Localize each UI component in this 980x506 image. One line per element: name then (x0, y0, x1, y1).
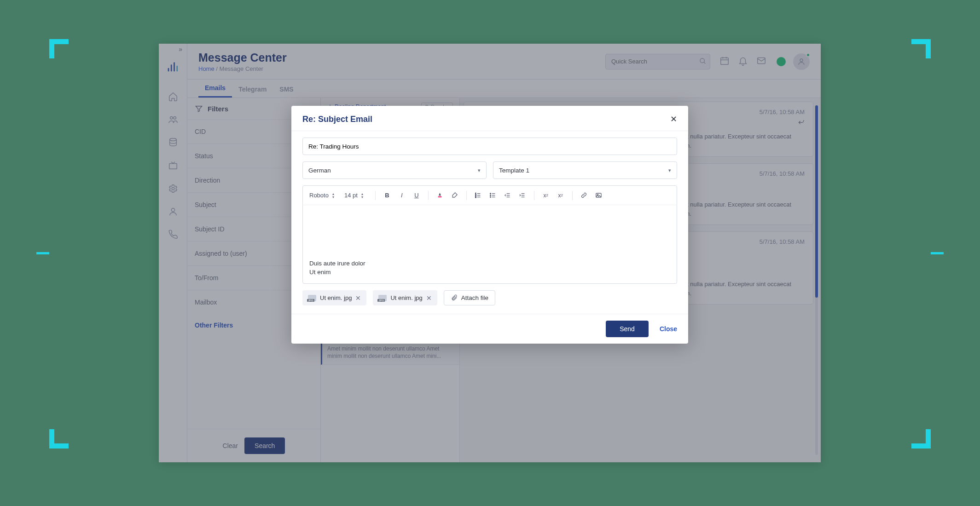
attach-file-button[interactable]: Attach file (444, 290, 495, 305)
signature-line1: Duis aute irure dolor (309, 259, 670, 268)
paperclip-icon (451, 294, 458, 301)
modal-close-button[interactable]: ✕ (670, 114, 677, 124)
indent-button[interactable] (517, 190, 528, 201)
subscript-button[interactable]: x2 (541, 190, 551, 201)
svg-point-29 (490, 195, 491, 196)
link-button[interactable] (579, 190, 589, 201)
send-button[interactable]: Send (606, 321, 649, 337)
svg-point-30 (490, 196, 491, 197)
svg-text:3: 3 (476, 196, 477, 198)
outdent-button[interactable] (503, 190, 513, 201)
modal-footer: Send Close (291, 314, 688, 344)
jpg-thumb-icon (308, 295, 316, 301)
language-select[interactable]: German▾ (302, 161, 487, 179)
modal-title: Re: Subject Email (302, 115, 372, 124)
chevron-down-icon: ▾ (478, 167, 481, 173)
editor-textarea[interactable]: Duis aute irure dolor Ut enim (303, 205, 677, 283)
frame-tick (931, 252, 944, 254)
app-window: » Message Center Home / Message Center (159, 44, 821, 462)
highlight-button[interactable] (450, 190, 460, 201)
subject-input[interactable] (302, 138, 677, 155)
frame-bracket (912, 310, 931, 448)
bold-button[interactable]: B (382, 190, 392, 201)
close-button[interactable]: Close (660, 325, 677, 333)
list-ordered-button[interactable]: 123 (473, 190, 483, 201)
compose-modal: Re: Subject Email ✕ German▾ Template 1▾ … (291, 106, 688, 344)
list-bullet-button[interactable] (488, 190, 498, 201)
signature-line2: Ut enim (309, 268, 670, 277)
remove-attachment-button[interactable]: ✕ (426, 294, 432, 302)
fontsize-select[interactable]: 14 pt▴▾ (344, 192, 369, 199)
modal-overlay: Re: Subject Email ✕ German▾ Template 1▾ … (159, 44, 821, 462)
editor-toolbar: Roboto▴▾ 14 pt▴▾ B I U 123 (303, 186, 677, 205)
remove-attachment-button[interactable]: ✕ (355, 294, 361, 302)
svg-rect-18 (438, 196, 442, 197)
italic-button[interactable]: I (397, 190, 407, 201)
chevron-down-icon: ▾ (668, 167, 671, 173)
frame-bracket (49, 310, 68, 448)
font-select[interactable]: Roboto▴▾ (309, 192, 340, 199)
rich-editor: Roboto▴▾ 14 pt▴▾ B I U 123 (302, 185, 677, 284)
attachment-chip: Ut enim. jpg ✕ (373, 290, 437, 305)
frame-tick (36, 252, 49, 254)
underline-button[interactable]: U (412, 190, 422, 201)
superscript-button[interactable]: x2 (556, 190, 566, 201)
jpg-thumb-icon (378, 295, 387, 301)
frame-bracket (912, 39, 931, 177)
text-color-button[interactable] (435, 190, 445, 201)
template-select[interactable]: Template 1▾ (493, 161, 677, 179)
attachment-chip: Ut enim. jpg ✕ (302, 290, 366, 305)
attachments-row: Ut enim. jpg ✕ Ut enim. jpg ✕ Attach fil… (302, 290, 677, 305)
image-button[interactable] (594, 190, 604, 201)
frame-bracket (49, 39, 68, 177)
svg-point-28 (490, 193, 491, 194)
